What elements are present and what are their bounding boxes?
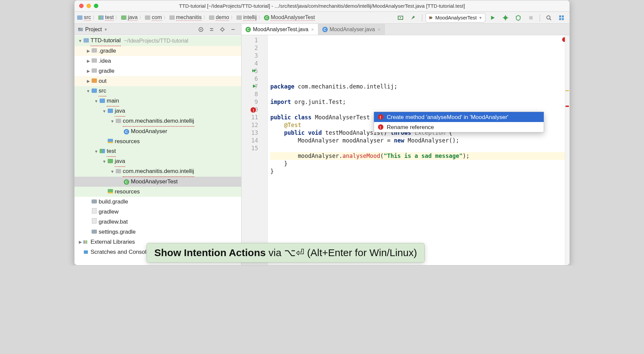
tree-item[interactable]: ▼com.mechanitis.demo.intellij (74, 167, 241, 177)
code-line[interactable]: import org.junit.Test; (270, 98, 570, 106)
tree-twisty-icon[interactable]: ▼ (110, 116, 115, 126)
stop-button[interactable] (526, 13, 536, 22)
breadcrumb-item[interactable]: src (77, 14, 91, 21)
editor-tab[interactable]: CMoodAnalyserTest.java× (241, 24, 318, 35)
breadcrumb[interactable]: src〉test〉java〉com〉mechanitis〉demo〉intell… (77, 14, 393, 21)
breadcrumb-item[interactable]: mechanitis (169, 14, 202, 21)
editor-body[interactable]: Create method 'analyseMood' in 'MoodAnal… (268, 35, 570, 265)
code-line[interactable] (270, 191, 570, 198)
select-opened-file-icon[interactable] (196, 25, 206, 34)
tree-item[interactable]: ▼test (74, 146, 241, 157)
gutter-row[interactable]: 15 (244, 144, 258, 152)
code-line[interactable]: } (270, 160, 570, 168)
breadcrumb-item[interactable]: com (145, 14, 162, 21)
tree-item[interactable]: ▶.gradle (74, 46, 241, 56)
code-line[interactable] (270, 144, 570, 152)
run-line-marker-icon[interactable] (253, 84, 257, 88)
tree-item[interactable]: ▶gradle (74, 66, 241, 76)
run-config-combo[interactable]: MoodAnalyserTest ▼ (426, 13, 485, 22)
close-tab-icon[interactable]: × (378, 27, 380, 32)
tree-twisty-icon[interactable]: ▶ (86, 56, 91, 66)
project-tree[interactable]: ▼TTD-tutorial~/IdeaProjects/TTD-tutorial… (74, 35, 241, 265)
gutter-row[interactable]: 10 (244, 106, 258, 114)
tree-item[interactable]: ▼TTD-tutorial~/IdeaProjects/TTD-tutorial (74, 36, 241, 46)
run-button[interactable] (487, 13, 498, 22)
collapse-all-icon[interactable] (207, 25, 216, 34)
tree-item[interactable]: ▼java (74, 157, 241, 167)
tree-twisty-icon[interactable]: ▼ (94, 96, 99, 106)
editor-gutter[interactable]: 123456789101112131415 (241, 35, 268, 265)
code-line[interactable] (270, 175, 570, 183)
gutter-row[interactable]: 13 (244, 129, 258, 137)
code-line[interactable]: } (270, 168, 570, 175)
gutter-row[interactable]: 9 (244, 98, 258, 106)
gutter-row[interactable]: 6 (244, 75, 258, 83)
close-window-button[interactable] (79, 4, 84, 8)
breadcrumb-item[interactable]: demo (209, 14, 229, 21)
tree-twisty-icon[interactable]: ▼ (102, 157, 107, 167)
code-line[interactable] (270, 91, 570, 98)
tree-twisty-icon[interactable]: ▶ (86, 76, 91, 86)
gutter-row[interactable]: 12 (244, 121, 258, 129)
tree-item[interactable]: CMoodAnalyser (74, 126, 241, 136)
tree-item[interactable]: resources (74, 187, 241, 197)
build-icon[interactable] (408, 13, 419, 22)
intention-item[interactable]: Create method 'analyseMood' in 'MoodAnal… (374, 112, 544, 122)
tree-twisty-icon[interactable]: ▼ (110, 167, 115, 177)
gutter-row[interactable]: 14 (244, 137, 258, 144)
tree-item[interactable]: ▼com.mechanitis.demo.intellij (74, 116, 241, 126)
tree-item[interactable]: gradlew.bat (74, 217, 241, 227)
breadcrumb-item[interactable]: CMoodAnalyserTest (264, 14, 315, 21)
tree-item[interactable]: ▼java (74, 106, 241, 116)
project-structure-icon[interactable] (556, 13, 567, 22)
gutter-row[interactable]: 3 (244, 52, 258, 60)
run-line-marker-icon[interactable] (252, 69, 257, 73)
gutter-row[interactable]: 5 (244, 67, 258, 75)
breadcrumb-item[interactable]: java (121, 14, 138, 21)
tree-item[interactable]: ▼src (74, 86, 241, 96)
tree-item[interactable]: ▶out (74, 76, 241, 86)
code-area[interactable]: 123456789101112131415 Create method 'ana… (241, 35, 570, 265)
code-line[interactable] (270, 183, 570, 191)
tree-item[interactable]: resources (74, 136, 241, 146)
tree-item[interactable]: settings.gradle (74, 227, 241, 237)
intention-actions-popup[interactable]: Create method 'analyseMood' in 'MoodAnal… (374, 112, 544, 132)
tree-twisty-icon[interactable]: ▼ (78, 36, 83, 46)
zoom-window-button[interactable] (94, 4, 98, 8)
gutter-row[interactable]: 8 (244, 91, 258, 98)
hide-tool-window-icon[interactable] (228, 25, 238, 34)
code-line[interactable]: moodAnalyser.analyseMood("This is a sad … (270, 152, 570, 160)
debug-button[interactable] (500, 13, 511, 22)
gutter-row[interactable]: 2 (244, 44, 258, 52)
tree-item[interactable]: gradlew (74, 207, 241, 217)
search-everywhere-icon[interactable] (543, 13, 554, 22)
tree-twisty-icon[interactable]: ▶ (78, 237, 83, 247)
gutter-row[interactable]: 7 (244, 83, 258, 91)
breadcrumb-item[interactable]: intellij (236, 14, 257, 21)
code-line[interactable]: MoodAnalyser moodAnalyser = new MoodAnal… (270, 137, 570, 144)
gutter-row[interactable]: 1 (244, 37, 258, 44)
tree-item[interactable]: build.gradle (74, 197, 241, 207)
tree-item[interactable]: ▼main (74, 96, 241, 106)
breadcrumb-item[interactable]: test (98, 14, 114, 21)
error-stripe[interactable] (565, 35, 570, 265)
tree-twisty-icon[interactable]: ▶ (86, 66, 91, 76)
gear-icon[interactable] (218, 25, 227, 34)
tree-twisty-icon[interactable]: ▼ (102, 106, 107, 116)
tree-item[interactable]: ▶.idea (74, 56, 241, 66)
project-view-label[interactable]: Project (85, 26, 102, 33)
tree-twisty-icon[interactable]: ▼ (94, 146, 99, 157)
intention-item[interactable]: Rename reference (374, 122, 544, 132)
gutter-row[interactable]: 4 (244, 60, 258, 67)
tree-twisty-icon[interactable]: ▶ (86, 46, 91, 56)
code-line[interactable]: package com.mechanitis.demo.intellij; (270, 83, 570, 91)
gutter-row[interactable]: 11 (244, 114, 258, 121)
make-project-icon[interactable] (395, 13, 406, 22)
minimize-window-button[interactable] (87, 4, 91, 8)
editor-tab[interactable]: CMoodAnalyser.java× (318, 24, 385, 35)
coverage-button[interactable] (513, 13, 524, 22)
tree-twisty-icon[interactable]: ▼ (86, 86, 91, 96)
tree-item[interactable]: CMoodAnalyserTest (74, 177, 241, 187)
chevron-down-icon[interactable]: ▼ (104, 27, 108, 32)
close-tab-icon[interactable]: × (311, 27, 314, 32)
